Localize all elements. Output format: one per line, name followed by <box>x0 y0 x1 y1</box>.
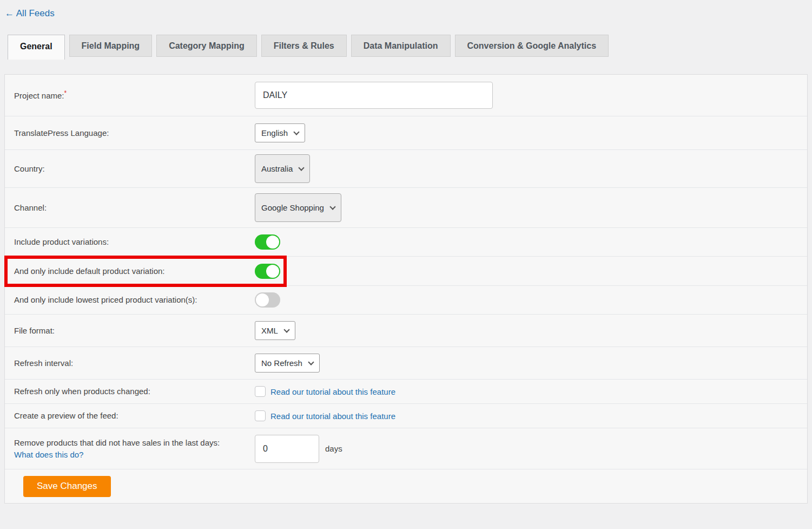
country-label: Country: <box>14 163 255 175</box>
preview-feed-checkbox[interactable] <box>255 410 266 421</box>
chevron-down-icon <box>308 359 314 365</box>
save-changes-button[interactable]: Save Changes <box>23 476 111 497</box>
include-variations-label: Include product variations: <box>14 236 255 248</box>
what-does-this-do-link[interactable]: What does this do? <box>14 450 83 459</box>
channel-select-value: Google Shopping <box>261 203 324 212</box>
required-asterisk: * <box>64 89 67 97</box>
row-file-format: File format: XML <box>5 315 807 347</box>
tab-conversion-analytics[interactable]: Conversion & Google Analytics <box>455 35 609 57</box>
general-settings-panel: Project name:* TranslatePress Language: … <box>4 74 808 504</box>
lowest-priced-label: And only include lowest priced product v… <box>14 294 255 306</box>
preview-tutorial-link[interactable]: Read our tutorial about this feature <box>270 412 395 421</box>
row-save: Save Changes <box>5 469 807 503</box>
days-input[interactable] <box>255 435 319 463</box>
chevron-down-icon <box>329 204 335 210</box>
row-include-variations: Include product variations: <box>5 228 807 257</box>
language-select[interactable]: English <box>255 123 305 142</box>
remove-no-sales-label: Remove products that did not have sales … <box>14 437 255 461</box>
row-default-variation: And only include default product variati… <box>5 257 807 286</box>
tab-category-mapping[interactable]: Category Mapping <box>156 35 257 57</box>
toggle-knob <box>266 265 279 278</box>
refresh-tutorial-link[interactable]: Read our tutorial about this feature <box>270 387 395 396</box>
tab-filters-rules[interactable]: Filters & Rules <box>261 35 347 57</box>
row-channel: Channel: Google Shopping <box>5 188 807 228</box>
default-variation-label: And only include default product variati… <box>14 265 255 277</box>
lowest-priced-toggle[interactable] <box>255 292 280 308</box>
include-variations-toggle[interactable] <box>255 234 280 250</box>
project-name-label: Project name:* <box>14 89 255 102</box>
toggle-knob <box>256 293 269 306</box>
tab-data-manipulation[interactable]: Data Manipulation <box>351 35 451 57</box>
tab-field-mapping[interactable]: Field Mapping <box>69 35 153 57</box>
country-select[interactable]: Australia <box>255 154 310 183</box>
row-lowest-priced-variation: And only include lowest priced product v… <box>5 286 807 315</box>
file-format-label: File format: <box>14 325 255 337</box>
refresh-only-changed-checkbox[interactable] <box>255 386 266 397</box>
project-name-input[interactable] <box>255 82 493 109</box>
preview-feed-label: Create a preview of the feed: <box>14 410 255 422</box>
row-remove-no-sales: Remove products that did not have sales … <box>5 428 807 469</box>
chevron-down-icon <box>299 165 305 171</box>
toggle-knob <box>266 236 279 249</box>
language-label: TranslatePress Language: <box>14 127 255 139</box>
file-format-select[interactable]: XML <box>255 321 295 340</box>
language-select-value: English <box>261 128 288 138</box>
refresh-interval-select-value: No Refresh <box>261 358 302 368</box>
country-select-value: Australia <box>261 164 293 173</box>
row-refresh-interval: Refresh interval: No Refresh <box>5 347 807 380</box>
all-feeds-back-link[interactable]: ← All Feeds <box>5 8 55 19</box>
days-suffix-label: days <box>325 444 342 453</box>
tab-general[interactable]: General <box>8 35 65 60</box>
channel-select[interactable]: Google Shopping <box>255 193 341 222</box>
row-project-name: Project name:* <box>5 75 807 116</box>
chevron-down-icon <box>294 129 300 135</box>
refresh-interval-label: Refresh interval: <box>14 357 255 369</box>
tab-bar: General Field Mapping Category Mapping F… <box>8 35 812 57</box>
channel-label: Channel: <box>14 202 255 214</box>
row-preview-feed: Create a preview of the feed: Read our t… <box>5 404 807 428</box>
row-translatepress-language: TranslatePress Language: English <box>5 116 807 150</box>
file-format-select-value: XML <box>261 326 278 335</box>
chevron-down-icon <box>283 326 289 332</box>
row-refresh-only-changed: Refresh only when products changed: Read… <box>5 380 807 404</box>
refresh-only-changed-label: Refresh only when products changed: <box>14 386 255 397</box>
row-country: Country: Australia <box>5 150 807 188</box>
default-variation-toggle[interactable] <box>255 264 280 279</box>
refresh-interval-select[interactable]: No Refresh <box>255 354 320 373</box>
